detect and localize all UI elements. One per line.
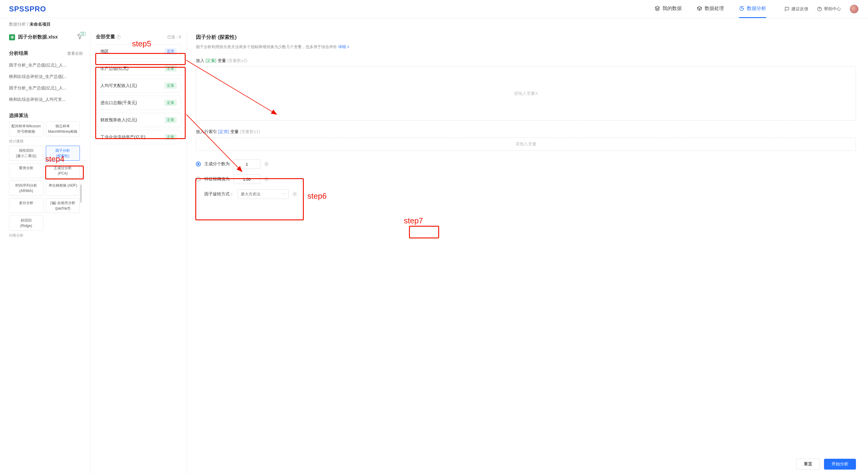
result-item[interactable]: 因子分析_生产总值(亿元)_人... (9, 60, 83, 71)
nav-data-analysis-label: 数据分析 (747, 5, 766, 12)
pc-count-input[interactable] (233, 159, 260, 169)
algo-mannwhitney[interactable]: 独立样本 MannWhitney检验 (46, 121, 80, 136)
filter-count: 31 (80, 32, 86, 36)
variable-type-tag: 定量 (164, 100, 177, 106)
algo-box[interactable]: 聚类分析 (9, 163, 43, 178)
help-icon[interactable]: ? (264, 162, 269, 166)
dropzone-2-label: 放入行索引 [定类] 变量(变量数≤1) (196, 129, 856, 135)
variables-title: 全部变量 (96, 34, 115, 40)
rotation-label: 因子旋转方式： (204, 192, 234, 197)
analysis-description: 因子分析利用协方差方法将多个指标降维转换为少数几个变量，也多用于综合评价 详细 … (196, 44, 856, 50)
cube-icon (697, 6, 702, 11)
dropzone-placeholder: 请拖入变量 (516, 141, 536, 147)
breadcrumb-current: 未命名项目 (30, 22, 51, 27)
variable-name: 人均可支配收入(元) (100, 83, 137, 89)
pc-count-label: 主成分个数为 (204, 161, 230, 167)
algo-box[interactable]: 主成分分析(PCA) (46, 163, 80, 178)
breadcrumb-root[interactable]: 数据分析 (9, 22, 26, 27)
variable-name: 工业企业流动资产(亿元) (100, 135, 145, 140)
dropzone-1-label: 放入 [定量] 变量(变量数≥2) (196, 58, 856, 64)
selected-count: 已选：0 (167, 34, 181, 40)
dropzone-qual[interactable]: 请拖入变量 (196, 138, 856, 151)
variable-item[interactable]: 工业企业流动资产(亿元)定量 (96, 130, 181, 144)
nav-data-process[interactable]: 数据处理 (697, 0, 724, 18)
algo-category: 问卷分析 (9, 233, 80, 238)
help-icon (817, 6, 822, 12)
variable-item[interactable]: 地区定类 (96, 44, 181, 58)
radio-eigen-threshold[interactable] (196, 177, 201, 181)
xlsx-file-icon: ⊞ (9, 34, 15, 40)
layers-icon (655, 6, 660, 11)
dropzone-placeholder: 请拖入变量X (514, 91, 538, 96)
brand-logo[interactable]: SPSSPRO (9, 5, 46, 13)
variable-item[interactable]: 生产总值(亿元)定量 (96, 61, 181, 75)
variable-type-tag: 定量 (164, 65, 177, 72)
help-icon[interactable]: ? (292, 192, 297, 197)
variable-type-tag: 定类 (164, 48, 177, 55)
variable-item[interactable]: 人均可支配收入(元)定量 (96, 78, 181, 93)
nav-my-data[interactable]: 我的数据 (655, 0, 682, 18)
algo-box[interactable]: 岭回归(Ridge) (9, 215, 43, 231)
dropzone-quant[interactable]: 请拖入变量X (196, 67, 856, 121)
help-icon[interactable]: ? (264, 177, 269, 181)
variable-item[interactable]: 进出口总额(千美元)定量 (96, 96, 181, 110)
variable-name: 生产总值(亿元) (100, 66, 128, 71)
variable-type-tag: 定量 (164, 82, 177, 89)
nav-my-data-label: 我的数据 (662, 5, 682, 12)
feedback-label: 建议反馈 (792, 6, 808, 12)
variable-name: 进出口总额(千美元) (100, 100, 137, 106)
algo-box[interactable]: 线性回归(最小二乘法) (9, 146, 43, 161)
file-name: 因子分析数据.xlsx (18, 34, 74, 40)
analysis-title: 因子分析 (探索性) (196, 34, 856, 41)
result-item[interactable]: 秩和比综合评价法_生产总值(... (9, 71, 83, 82)
feedback-link[interactable]: 建议反馈 (784, 6, 808, 12)
help-link[interactable]: 帮助中心 (817, 6, 841, 12)
algo-title: 选择算法 (9, 112, 83, 119)
variable-item[interactable]: 财政预算收入(亿元)定量 (96, 113, 181, 127)
breadcrumb: 数据分析 / 未命名项目 (0, 18, 868, 31)
algo-box[interactable]: 因子分析(探索性) (46, 146, 80, 161)
help-label: 帮助中心 (824, 6, 841, 12)
algo-box[interactable]: 差分分析 (9, 198, 43, 213)
scrollbar[interactable] (80, 184, 82, 203)
start-analysis-button[interactable]: 开始分析 (824, 459, 856, 470)
algo-box[interactable]: (偏) 自相关分析(pacf/acf) (46, 198, 80, 213)
variable-type-tag: 定量 (164, 117, 177, 123)
help-icon[interactable]: ? (116, 35, 121, 39)
eigen-label: 特征根阈值为 (204, 176, 230, 182)
pie-chart-icon (739, 6, 744, 11)
detail-link[interactable]: 详细 > (338, 44, 349, 49)
view-all-link[interactable]: 查看全部 (67, 51, 83, 56)
chat-icon (784, 6, 789, 12)
algo-box[interactable]: 单位根检验 (ADF) (46, 181, 80, 196)
results-title: 分析结果 (9, 50, 28, 57)
avatar[interactable] (849, 4, 859, 14)
algo-wilcoxon[interactable]: 配对样本Wilcoxon 符号秩检验 (9, 121, 43, 136)
filter-button[interactable]: 31 (77, 34, 83, 41)
radio-pc-count[interactable] (196, 162, 201, 166)
variable-name: 财政预算收入(亿元) (100, 117, 137, 123)
algo-category: 统计建模 (9, 139, 80, 144)
variable-name: 地区 (100, 49, 109, 54)
nav-data-process-label: 数据处理 (705, 5, 724, 12)
result-item[interactable]: 因子分析_生产总值(亿元)_人... (9, 82, 83, 94)
eigen-input[interactable] (233, 174, 260, 184)
chevron-down-icon (282, 192, 285, 197)
variable-type-tag: 定量 (164, 134, 177, 140)
algo-box[interactable]: 时间序列分析(ARIMA) (9, 181, 43, 196)
reset-button[interactable]: 重置 (796, 459, 820, 470)
nav-data-analysis[interactable]: 数据分析 (739, 0, 766, 18)
result-item[interactable]: 秩和比综合评价法_人均可支... (9, 94, 83, 105)
rotation-select[interactable]: 最大方差法 (238, 189, 289, 199)
